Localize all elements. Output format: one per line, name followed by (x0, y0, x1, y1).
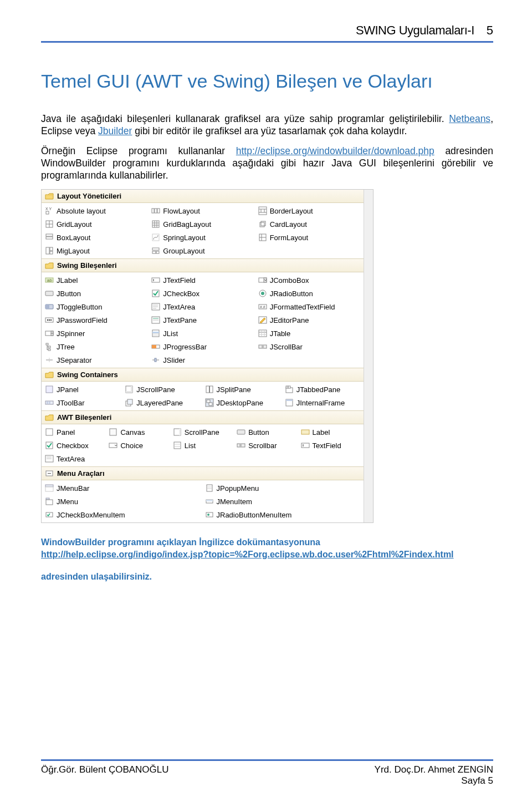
item-label: JTextField (163, 276, 196, 285)
item-label: TextArea (57, 455, 85, 463)
svg-rect-113 (301, 443, 309, 448)
palette-item[interactable]: JComboBox (256, 274, 362, 286)
item-label: Canvas (120, 428, 145, 436)
palette-item[interactable]: JEditorPane (256, 314, 362, 326)
palette-item[interactable]: X YAbsolute layout (43, 205, 149, 217)
palette-item[interactable]: GroupLayout (149, 245, 255, 257)
palette-item[interactable]: Canvas (106, 426, 170, 438)
palette-item[interactable]: MigLayout (43, 245, 149, 257)
palette-item[interactable]: JScrollPane (122, 383, 202, 395)
category-awt[interactable]: AWT Bileşenleri (42, 410, 364, 424)
palette-item[interactable]: JTextArea (149, 301, 255, 313)
palette-item[interactable]: GridBagLayout (149, 218, 255, 230)
svg-rect-4 (157, 209, 160, 213)
layout-icon (45, 233, 54, 242)
category-menu[interactable]: Menu Araçları (42, 466, 364, 480)
palette-item[interactable]: JTree (43, 341, 149, 353)
jslider-icon (151, 356, 160, 364)
svg-rect-34 (152, 278, 160, 282)
palette-item[interactable]: SpringLayout (149, 231, 255, 243)
palette-item[interactable]: Checkbox (43, 439, 106, 451)
category-swing[interactable]: Swing Bileşenleri (42, 258, 364, 272)
palette-item[interactable]: JTextField (149, 274, 255, 286)
palette-item[interactable]: JCheckBoxMenuItem (43, 509, 203, 521)
palette-item[interactable]: JSpinner (43, 327, 149, 339)
palette-item[interactable]: Button (234, 426, 298, 438)
palette-item[interactable]: FlowLayout (149, 205, 255, 217)
palette-item[interactable]: JProgressBar (149, 341, 255, 353)
item-label: Scrollbar (248, 441, 277, 450)
item-label: JList (163, 329, 178, 338)
palette-item[interactable]: JTable (256, 327, 362, 339)
palette-item[interactable]: JLayeredPane (122, 397, 202, 409)
layout-icon (45, 246, 54, 255)
text: gibi bir editör ile grafiksel ara yüz ta… (132, 125, 407, 136)
svg-rect-84 (126, 391, 132, 393)
palette-item[interactable]: ScrollPane (171, 426, 234, 438)
item-label: JSlider (163, 356, 185, 364)
palette-item[interactable]: Scrollbar (234, 439, 298, 451)
jmenu-icon (45, 497, 54, 506)
palette-item[interactable]: JButton (43, 287, 149, 300)
palette-item[interactable]: CardLayout (256, 218, 362, 230)
svg-rect-126 (46, 500, 53, 505)
svg-rect-3 (155, 209, 157, 213)
palette-item[interactable]: List (171, 439, 234, 451)
jscrollbar-icon (258, 342, 267, 351)
svg-text:ab: ab (47, 278, 52, 283)
link-netbeans[interactable]: Netbeans (449, 113, 490, 124)
link-jbuilder[interactable]: Jbuilder (98, 125, 132, 136)
layout-icon: X Y (45, 206, 54, 215)
palette-item[interactable]: JSlider (149, 354, 255, 366)
jtextarea-icon (151, 302, 160, 311)
palette-item[interactable]: Label (299, 426, 362, 438)
svg-rect-27 (50, 247, 53, 251)
palette-item[interactable]: JPasswordField (43, 314, 149, 326)
svg-rect-19 (261, 221, 265, 226)
category-layouts[interactable]: Layout Yöneticileri (42, 190, 364, 203)
svg-text:X Y: X Y (45, 207, 52, 211)
palette-item[interactable]: BoxLayout (43, 231, 149, 243)
jtextfield-icon (151, 276, 160, 285)
item-label: JTable (270, 329, 291, 338)
palette-item[interactable]: Panel (43, 426, 106, 438)
palette-item[interactable]: JTabbedPane (283, 383, 362, 395)
palette-scrollbar[interactable] (364, 190, 373, 522)
link-help-eclipse[interactable]: http://help.eclipse.org/indigo/index.jsp… (41, 550, 454, 559)
palette-item[interactable]: GridLayout (43, 218, 149, 230)
item-label: GridBagLayout (163, 220, 211, 229)
checkbox-icon (45, 441, 54, 450)
palette-item[interactable]: JInternalFrame (283, 397, 362, 409)
palette-item[interactable]: JToolBar (43, 397, 122, 409)
palette-item[interactable]: JRadioButtonMenuItem (203, 509, 363, 521)
palette-item[interactable]: abJLabel (43, 274, 149, 286)
palette-item[interactable]: JSeparator (43, 354, 149, 366)
svg-rect-26 (46, 247, 49, 254)
palette-item[interactable]: JMenuItem (203, 495, 363, 507)
palette-item[interactable]: JMenuBar (43, 482, 203, 494)
palette-item[interactable]: #.#JFormattedTextField (256, 301, 362, 313)
palette-item[interactable]: JCheckBox (149, 287, 255, 300)
choice-icon (109, 441, 117, 450)
palette-item[interactable]: BorderLayout (256, 205, 362, 217)
palette-item[interactable]: JPanel (43, 383, 122, 395)
palette-item[interactable]: JDesktopPane (203, 397, 283, 409)
svg-rect-88 (286, 386, 288, 388)
palette-item[interactable]: JToggleButton (43, 301, 149, 313)
palette-item[interactable]: JRadioButton (256, 287, 362, 300)
palette-item[interactable]: JSplitPane (203, 383, 283, 395)
footer-rule (41, 759, 493, 761)
palette-item[interactable]: JScrollBar (256, 341, 362, 353)
palette-item[interactable]: JTextPane (149, 314, 255, 326)
palette-item[interactable]: Choice (106, 439, 170, 451)
item-label: Label (313, 428, 330, 436)
palette-item[interactable]: JMenu (43, 495, 203, 507)
svg-rect-38 (45, 291, 53, 296)
link-windowbuilder-download[interactable]: http://eclipse.org/windowbuilder/downloa… (236, 145, 434, 156)
category-swing-containers[interactable]: Swing Containers (42, 368, 364, 382)
palette-item[interactable]: TextArea (43, 453, 106, 465)
palette-item[interactable]: TextField (299, 439, 362, 451)
palette-item[interactable]: JList (149, 327, 255, 339)
palette-item[interactable]: FormLayout (256, 231, 362, 243)
palette-item[interactable]: JPopupMenu (203, 482, 363, 494)
